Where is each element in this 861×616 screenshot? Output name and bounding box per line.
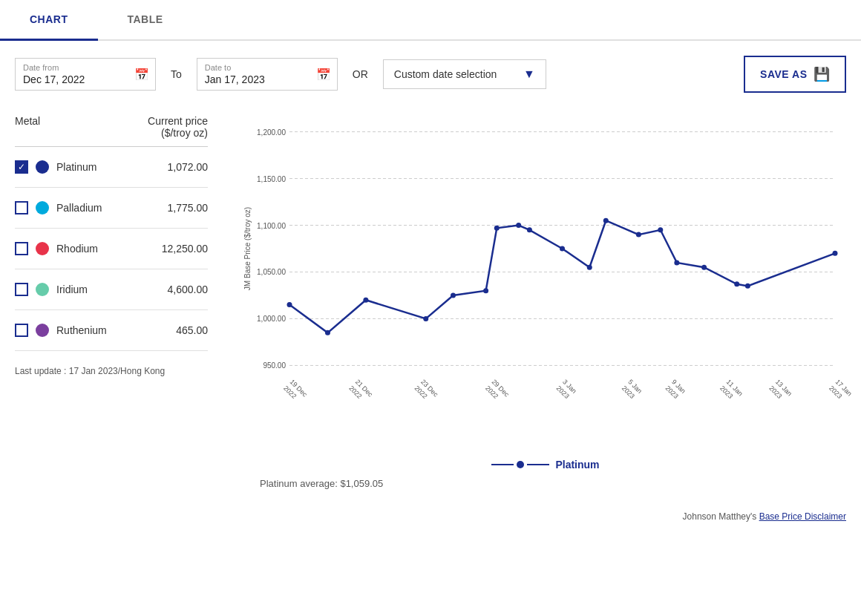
metal-name-rhodium: Rhodium <box>56 243 148 255</box>
x-label-1: 21 Dec2022 <box>347 378 374 404</box>
y-axis-label-1000: 1,000.00 <box>257 315 286 323</box>
metal-rows: Platinum1,072.00Palladium1,775.00Rhodium… <box>15 147 223 351</box>
metal-price-rhodium: 12,250.00 <box>148 243 208 255</box>
legend-line-bar2 <box>527 464 549 465</box>
x-label-9: 17 Jan2023 <box>828 378 854 404</box>
checkbox-palladium[interactable] <box>15 201 28 214</box>
metal-dot-palladium <box>36 201 49 214</box>
checkbox-iridium[interactable] <box>15 283 28 296</box>
metal-price-iridium: 4,600.00 <box>148 284 208 295</box>
price-chart: 1,200.001,150.001,100.001,050.001,000.00… <box>238 108 854 449</box>
legend-line-platinum <box>491 461 549 468</box>
metal-list-header: Metal Current price ($/troy oz) <box>15 108 208 147</box>
data-point-15 <box>701 265 707 270</box>
y-axis-label-1050: 1,050.00 <box>257 268 286 276</box>
data-point-8 <box>527 227 532 232</box>
y-axis-label-1150: 1,150.00 <box>257 175 286 183</box>
metal-price-ruthenium: 465.00 <box>148 324 208 336</box>
chart-legend: Platinum <box>238 459 854 471</box>
metal-list: Metal Current price ($/troy oz) Platinum… <box>15 108 223 489</box>
checkbox-rhodium[interactable] <box>15 242 28 255</box>
chart-wrapper: 1,200.001,150.001,100.001,050.001,000.00… <box>238 108 854 451</box>
data-point-10 <box>587 265 592 270</box>
x-label-0: 19 Dec2022 <box>282 378 309 404</box>
x-label-8: 13 Jan2023 <box>767 378 793 404</box>
x-label-2: 23 Dec2022 <box>413 378 440 404</box>
x-label-4: 3 Jan2023 <box>555 378 578 401</box>
controls-bar: Date from Dec 17, 2022 📅 To Date to Jan … <box>0 41 861 108</box>
chevron-down-icon: ▼ <box>523 68 535 81</box>
last-update: Last update : 17 Jan 2023/Hong Kong <box>15 351 223 376</box>
date-from-field[interactable]: Date from Dec 17, 2022 📅 <box>15 58 156 91</box>
price-col-unit: ($/troy oz) <box>148 127 208 139</box>
legend-dot <box>517 461 524 468</box>
metal-row-rhodium: Rhodium12,250.00 <box>15 229 208 269</box>
calendar-to-icon[interactable]: 📅 <box>316 68 331 82</box>
average-value: $1,059.05 <box>340 478 383 489</box>
metal-row-ruthenium: Ruthenium465.00 <box>15 310 208 351</box>
date-to-field[interactable]: Date to Jan 17, 2023 📅 <box>197 58 338 91</box>
data-point-11 <box>603 218 609 223</box>
data-point-14 <box>674 260 679 265</box>
data-point-7 <box>516 223 521 228</box>
metal-dot-platinum <box>36 160 49 174</box>
metal-dot-rhodium <box>36 242 49 255</box>
data-point-3 <box>423 316 428 321</box>
custom-select-label: Custom date selection <box>394 68 497 80</box>
metal-name-ruthenium: Ruthenium <box>56 324 148 336</box>
tab-table[interactable]: TABLE <box>98 0 193 41</box>
metal-dot-iridium <box>36 283 49 296</box>
custom-date-select[interactable]: Custom date selection ▼ <box>383 59 546 89</box>
metal-row-palladium: Palladium1,775.00 <box>15 188 208 229</box>
data-point-13 <box>658 227 663 232</box>
data-point-6 <box>494 226 500 231</box>
or-separator: OR <box>350 68 371 80</box>
data-point-2 <box>363 298 368 303</box>
checkbox-platinum[interactable] <box>15 160 28 174</box>
metal-name-palladium: Palladium <box>56 202 148 214</box>
y-axis-label-1100: 1,100.00 <box>257 222 286 230</box>
chart-average: Platinum average: $1,059.05 <box>238 471 854 489</box>
date-to-label: Date to <box>205 63 330 72</box>
y-axis-label-1200: 1,200.00 <box>257 128 286 137</box>
to-separator: To <box>168 68 185 80</box>
tabs-bar: CHART TABLE <box>0 0 861 41</box>
data-point-17 <box>745 284 750 289</box>
metal-name-iridium: Iridium <box>56 284 148 295</box>
metal-dot-ruthenium <box>36 324 49 337</box>
legend-label: Platinum <box>555 459 599 471</box>
date-to-value: Jan 17, 2023 <box>205 73 330 85</box>
save-as-button[interactable]: SAVE AS 💾 <box>744 56 846 93</box>
x-label-6: 9 Jan2023 <box>664 378 687 401</box>
average-label: Platinum average: <box>260 478 338 489</box>
metal-price-palladium: 1,775.00 <box>148 202 208 214</box>
x-label-3: 29 Dec2022 <box>484 378 511 404</box>
metal-col-header: Metal <box>15 115 40 139</box>
data-point-4 <box>451 292 456 298</box>
footer: Johnson Matthey's Base Price Disclaimer <box>0 504 861 529</box>
save-icon: 💾 <box>813 66 831 82</box>
calendar-from-icon[interactable]: 📅 <box>134 68 149 82</box>
data-point-9 <box>560 246 565 252</box>
chart-area: 1,200.001,150.001,100.001,050.001,000.00… <box>223 108 861 489</box>
data-point-5 <box>483 288 488 293</box>
price-col-header: Current price ($/troy oz) <box>148 115 208 139</box>
metal-price-platinum: 1,072.00 <box>148 161 208 173</box>
company-name: Johnson Matthey's <box>683 511 757 522</box>
disclaimer-link[interactable]: Base Price Disclaimer <box>759 511 846 522</box>
x-label-7: 11 Jan2023 <box>718 378 744 404</box>
x-label-5: 5 Jan2023 <box>621 378 644 401</box>
y-axis-title: JM Base Price ($/troy oz) <box>243 207 252 290</box>
save-label: SAVE AS <box>760 68 807 80</box>
legend-line-bar <box>491 464 514 465</box>
tab-chart[interactable]: CHART <box>0 0 98 41</box>
main-content: Metal Current price ($/troy oz) Platinum… <box>0 108 861 504</box>
checkbox-ruthenium[interactable] <box>15 324 28 337</box>
metal-name-platinum: Platinum <box>56 161 148 173</box>
data-point-12 <box>636 232 641 237</box>
metal-row-iridium: Iridium4,600.00 <box>15 269 208 310</box>
data-point-1 <box>325 330 330 335</box>
data-point-16 <box>734 281 739 286</box>
date-from-value: Dec 17, 2022 <box>23 73 148 85</box>
platinum-line <box>289 220 835 332</box>
